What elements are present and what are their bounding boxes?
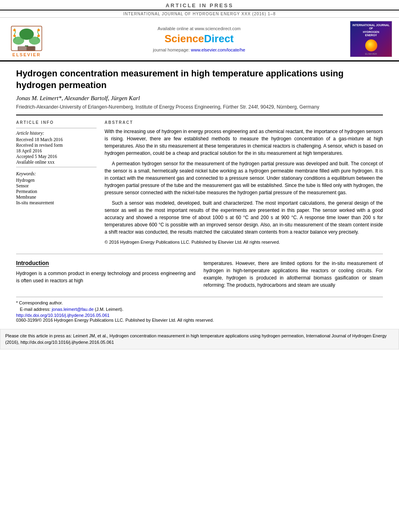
paper-title: Hydrogen concentration measurement in hi… xyxy=(16,68,383,91)
journal-cover-image: International Journal ofHYDROGENENERGY E… xyxy=(350,21,392,57)
elsevier-tree-icon xyxy=(10,25,43,51)
main-content: Hydrogen concentration measurement in hi… xyxy=(0,68,399,325)
intro-text-left: Hydrogen is a common product in energy t… xyxy=(16,270,195,284)
article-in-press-text: ARTICLE IN PRESS xyxy=(166,2,234,8)
svg-point-10 xyxy=(37,29,40,31)
citation-box: Please cite this article in press as: Le… xyxy=(0,329,399,349)
divider-1 xyxy=(16,128,97,128)
body-section: Introduction Hydrogen is a common produc… xyxy=(16,254,383,289)
article-info-column: ARTICLE INFO Article history: Received 1… xyxy=(16,120,97,246)
keyword-4: Membrane xyxy=(16,195,97,199)
body-col-right: temperatures. However, there are limited… xyxy=(204,260,383,289)
footnote-copyright: 0360-3199/© 2016 Hydrogen Energy Publica… xyxy=(16,318,383,322)
abstract-p3: Such a sensor was modeled, developed, bu… xyxy=(105,199,383,236)
received-2b: 18 April 2016 xyxy=(16,148,97,153)
abstract-p2: A permeation hydrogen sensor for the mea… xyxy=(105,160,383,196)
accepted: Accepted 5 May 2016 xyxy=(16,154,97,159)
body-two-col: Introduction Hydrogen is a common produc… xyxy=(16,260,383,289)
sciencedirect-logo: ScienceDirect xyxy=(56,33,342,45)
authors: Jonas M. Leimert*, Alexander Bartolf, Jü… xyxy=(16,95,383,102)
footnote-corresponding: * Corresponding author. xyxy=(16,300,383,306)
keyword-1: Hydrogen xyxy=(16,178,97,183)
journal-info-bar: INTERNATIONAL JOURNAL OF HYDROGEN ENERGY… xyxy=(0,10,399,18)
article-history-label: Article history: xyxy=(16,131,97,136)
divider-thick xyxy=(16,115,383,115)
keywords-section: Keywords: Hydrogen Sensor Permeation Mem… xyxy=(16,171,97,205)
body-col-left: Introduction Hydrogen is a common produc… xyxy=(16,260,195,289)
abstract-column: ABSTRACT With the increasing use of hydr… xyxy=(105,120,383,246)
journal-homepage: journal homepage: www.elsevier.com/locat… xyxy=(56,47,342,52)
abstract-heading: ABSTRACT xyxy=(105,120,383,125)
received-2: Received in revised form xyxy=(16,143,97,148)
header-right: International Journal ofHYDROGENENERGY E… xyxy=(350,21,394,57)
journal-bar-text: INTERNATIONAL JOURNAL OF HYDROGEN ENERGY… xyxy=(123,12,276,16)
svg-point-9 xyxy=(13,35,16,37)
footnote-section: * Corresponding author. E-mail address: … xyxy=(16,297,383,325)
journal-cover-orb xyxy=(365,39,377,51)
article-body-two-col: ARTICLE INFO Article history: Received 1… xyxy=(16,120,383,246)
divider-2 xyxy=(16,167,97,167)
svg-point-11 xyxy=(37,35,40,37)
footnote-email-link[interactable]: jonas.leimert@fau.de xyxy=(52,307,94,312)
svg-rect-5 xyxy=(19,46,27,51)
elsevier-label-text: ELSEVIER xyxy=(12,52,41,57)
journal-cover-title: International Journal ofHYDROGENENERGY xyxy=(350,23,392,38)
article-in-press-banner: ARTICLE IN PRESS xyxy=(0,0,399,10)
keyword-3: Permeation xyxy=(16,189,97,194)
svg-point-8 xyxy=(13,29,16,31)
available-online-text: Available online at www.sciencedirect.co… xyxy=(56,26,342,31)
keywords-title: Keywords: xyxy=(16,171,97,176)
keyword-5: In-situ measurement xyxy=(16,200,97,205)
footnote-doi: http://dx.doi.org/10.1016/j.ijhydene.201… xyxy=(16,313,383,318)
abstract-copyright: © 2016 Hydrogen Energy Publications LLC.… xyxy=(105,239,383,246)
header-section: ELSEVIER Available online at www.science… xyxy=(0,18,399,62)
affiliation: Friedrich-Alexander-University of Erlang… xyxy=(16,104,383,110)
elsevier-logo: ELSEVIER xyxy=(5,21,48,57)
intro-text-right: temperatures. However, there are limited… xyxy=(204,260,383,289)
header-center: Available online at www.sciencedirect.co… xyxy=(48,26,350,52)
received-1: Received 18 March 2016 xyxy=(16,137,97,142)
article-info-heading: ARTICLE INFO xyxy=(16,120,97,125)
abstract-text: With the increasing use of hydrogen in e… xyxy=(105,128,383,246)
abstract-p1: With the increasing use of hydrogen in e… xyxy=(105,128,383,157)
introduction-title: Introduction xyxy=(16,260,49,267)
doi-link[interactable]: http://dx.doi.org/10.1016/j.ijhydene.201… xyxy=(16,313,109,318)
svg-rect-6 xyxy=(27,46,35,51)
journal-cover-elsevier-label: ELSEVIER xyxy=(365,53,377,55)
available-online: Available online xxx xyxy=(16,160,97,164)
journal-homepage-link[interactable]: www.elsevier.com/locate/he xyxy=(191,47,245,52)
footnote-email: E-mail address: jonas.leimert@fau.de (J.… xyxy=(16,306,383,313)
keyword-2: Sensor xyxy=(16,183,97,188)
svg-point-3 xyxy=(19,29,34,40)
